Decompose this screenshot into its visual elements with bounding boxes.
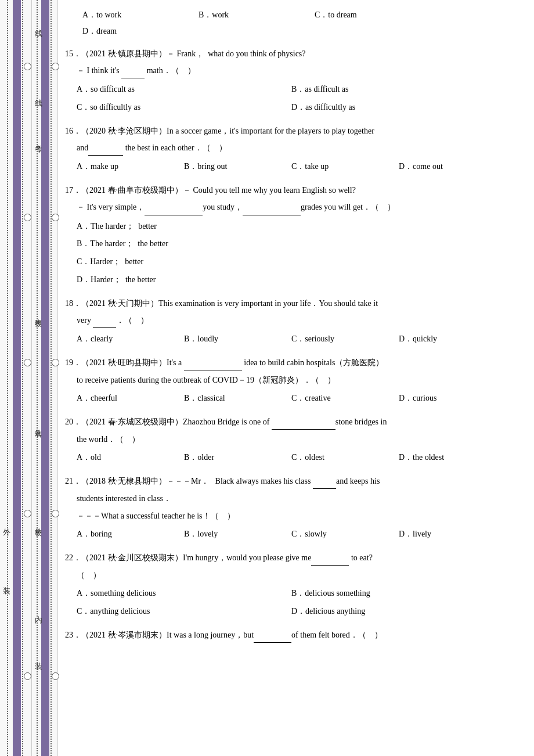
q18-optB: B．loudly (184, 330, 291, 348)
option-c-todream: C．to dream (315, 7, 425, 23)
q19-stem: 19．（2021 秋·旺昀县期中）It's a idea to build ca… (65, 355, 525, 370)
name-label: 姓名： (33, 424, 43, 434)
q21-optA: A．boring (77, 525, 184, 543)
q19-optB: B．classical (184, 390, 291, 408)
q20-optA: A．old (77, 449, 184, 467)
q21-optD: D．lively (399, 525, 506, 543)
q17-blank1 (145, 200, 203, 215)
question-21: 21．（2018 秋·无棣县期中）－－－Mr． Black always mak… (65, 474, 525, 543)
q15-optA: A．so difficult as (77, 81, 291, 99)
q18-stem2: very ．（ ） (77, 313, 525, 328)
q22-stem: 22．（2021 秋·金川区校级期末）I'm hungry，would you … (65, 550, 525, 566)
q23-stem: 23．（2021 秋·岑溪市期末）It was a long journey，b… (65, 628, 525, 643)
q18-stem: 18．（2021 秋·天门期中）This examination is very… (65, 296, 525, 311)
q15-optD: D．as difficultly as (291, 99, 506, 117)
q16-optD: D．come out (399, 158, 506, 176)
q18-optC: C．seriously (291, 330, 399, 348)
option-d-dream: D．dream (82, 23, 193, 39)
question-20: 20．（2021 春·东城区校级期中）Zhaozhou Bridge is on… (65, 415, 525, 467)
q18-blank (93, 313, 116, 328)
q22-optC: C．anything delicious (77, 603, 291, 621)
q21-stem: 21．（2018 秋·无棣县期中）－－－Mr． Black always mak… (65, 474, 525, 489)
option-a-towork: A．to work (82, 7, 193, 23)
circle-5 (24, 672, 31, 680)
q21-optC: C．slowly (291, 525, 399, 543)
class-label: 班级： (33, 314, 43, 324)
q21-blank (313, 474, 336, 489)
q15-sub: － I think it's math．（ ） (77, 63, 525, 78)
question-15: 15．（2021 秋·镇原县期中）－ Frank， what do you th… (65, 46, 525, 117)
q22-paren: （ ） (77, 568, 525, 582)
q15-blank (121, 63, 145, 78)
q20-stem: 20．（2021 春·东城区校级期中）Zhaozhou Bridge is on… (65, 415, 525, 430)
q20-blank (272, 415, 335, 430)
q15-stem: 15．（2021 秋·镇原县期中）－ Frank， what do you th… (65, 46, 525, 61)
q16-optC: C．take up (291, 158, 399, 176)
q19-blank (184, 355, 242, 370)
exam-num-label: 考号： (33, 139, 43, 150)
q21-optB: B．lovely (184, 525, 291, 543)
outer-label: 外 (1, 523, 12, 524)
option-b-work: B．work (199, 7, 309, 23)
q15-year: （2021 秋·镇原县期中） (81, 49, 167, 58)
q16-stem: 16．（2020 秋·李沧区期中）In a soccer game，it's i… (65, 124, 525, 138)
line-label-2: 线 (33, 93, 44, 94)
q23-year: （2021 秋·岑溪市期末） (81, 631, 167, 639)
top-options-row: A．to work B．work C．to dream D．dream (65, 7, 525, 39)
q23-blank (254, 628, 291, 643)
q17-optD: D．Harder； the better (77, 271, 525, 289)
circle-inner-2 (52, 214, 59, 221)
q18-year: （2021 秋·天门期中） (81, 299, 158, 308)
circle-inner-1 (52, 63, 59, 70)
q18-optA: A．clearly (77, 330, 184, 348)
inner-label: 装 (1, 581, 12, 582)
q19-optA: A．cheerful (77, 390, 184, 408)
inner-label2: 内 (33, 610, 44, 611)
q17-optC: C．Harder； better (77, 253, 525, 271)
circle-inner-5 (52, 672, 59, 680)
question-22: 22．（2021 秋·金川区校级期末）I'm hungry，would you … (65, 550, 525, 621)
q22-year: （2021 秋·金川区校级期末） (81, 553, 183, 562)
q20-year: （2021 春·东城区校级期中） (81, 417, 183, 426)
question-17: 17．（2021 春·曲阜市校级期中）－ Could you tell me w… (65, 183, 525, 289)
q20-optB: B．older (184, 449, 291, 467)
circle-4 (24, 510, 31, 517)
q16-optA: A．make up (77, 158, 184, 176)
q22-blank (311, 550, 349, 566)
circle-inner-3 (52, 359, 59, 366)
q19-optC: C．creative (291, 390, 399, 408)
q17-sub: － It's very simple， you study， grades yo… (77, 200, 525, 215)
q19-stem2: to receive patients during the outbreak … (77, 373, 525, 387)
q18-optD: D．quickly (399, 330, 506, 348)
q21-stem2: students interested in class． (77, 491, 525, 506)
q16-year: （2020 秋·李沧区期中） (81, 127, 167, 135)
q17-stem: 17．（2021 春·曲阜市校级期中）－ Could you tell me w… (65, 183, 525, 197)
q19-optD: D．curious (399, 390, 506, 408)
circle-1 (24, 63, 31, 70)
q20-optC: C．oldest (291, 449, 399, 467)
q20-stem2: the world．（ ） (77, 432, 525, 447)
question-23: 23．（2021 秋·岑溪市期末）It was a long journey，b… (65, 628, 525, 643)
q21-sub: －－－What a successful teacher he is！（ ） (77, 509, 525, 523)
q17-optB: B．The harder； the better (77, 235, 525, 253)
circle-inner-4 (52, 510, 59, 517)
pack-label2: 装 (33, 656, 44, 658)
q16-stem2: and the best in each other．（ ） (77, 141, 525, 156)
question-16: 16．（2020 秋·李沧区期中）In a soccer game，it's i… (65, 124, 525, 176)
q17-blank2 (243, 200, 301, 215)
circle-2 (24, 214, 31, 221)
q22-optA: A．something delicious (77, 585, 291, 603)
school-label: 学校： (33, 523, 43, 533)
q15-optB: B．as difficult as (291, 81, 506, 99)
q20-optD: D．the oldest (399, 449, 506, 467)
question-19: 19．（2021 秋·旺昀县期中）It's a idea to build ca… (65, 355, 525, 408)
circle-3 (24, 359, 31, 366)
q21-year: （2018 秋·无棣县期中） (81, 477, 167, 485)
question-18: 18．（2021 秋·天门期中）This examination is very… (65, 296, 525, 348)
q17-year: （2021 春·曲阜市校级期中） (81, 186, 183, 195)
line-label-1: 线 (33, 23, 44, 24)
q22-optB: B．delicious something (291, 585, 506, 603)
q16-optB: B．bring out (184, 158, 291, 176)
q22-optD: D．delicious anything (291, 603, 506, 621)
q15-optC: C．so difficultly as (77, 99, 291, 117)
